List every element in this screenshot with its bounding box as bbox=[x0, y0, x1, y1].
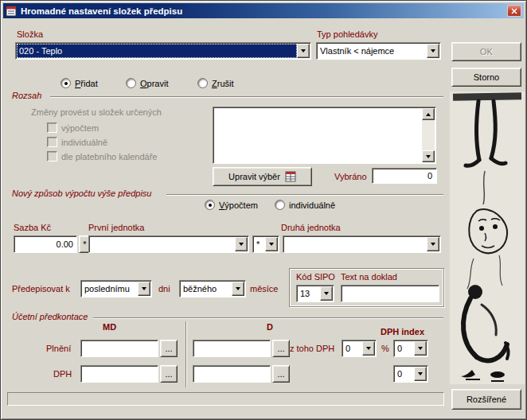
dph-d-input[interactable] bbox=[193, 365, 271, 383]
druha-jednotka-combobox[interactable] bbox=[283, 235, 441, 253]
novy-zpusob-group-title: Nový způsob výpočtu výše předpisu bbox=[12, 189, 154, 198]
scroll-down-icon[interactable] bbox=[422, 150, 435, 162]
app-icon bbox=[6, 6, 17, 17]
checkbox-icon bbox=[47, 122, 57, 133]
column-divider bbox=[185, 321, 186, 387]
scroll-up-icon[interactable] bbox=[422, 108, 435, 120]
dph-index-2-combobox[interactable]: 0 bbox=[393, 365, 428, 383]
chevron-down-icon[interactable] bbox=[320, 286, 333, 301]
z-toho-dph-label: z toho DPH bbox=[290, 344, 334, 353]
ok-button[interactable]: OK bbox=[451, 42, 521, 61]
text-na-doklad-input[interactable] bbox=[341, 285, 439, 302]
radio-zrusit-label: Zrušit bbox=[212, 79, 234, 88]
prvni-jednotka-value bbox=[90, 237, 235, 251]
checkbox-individualne[interactable]: individuálně bbox=[47, 137, 107, 147]
radio-pridat-label: Přidat bbox=[75, 79, 98, 88]
radio-pridat[interactable]: Přidat bbox=[61, 78, 98, 88]
chevron-down-icon[interactable] bbox=[362, 341, 375, 356]
radio-icon bbox=[197, 78, 208, 88]
chevron-down-icon[interactable] bbox=[235, 237, 248, 251]
plneni-d-browse-button[interactable]: ... bbox=[272, 340, 290, 357]
plneni-md-browse-button[interactable]: ... bbox=[160, 340, 178, 357]
prvni-jednotka-combobox[interactable] bbox=[88, 235, 249, 253]
scrollbar-track[interactable] bbox=[422, 120, 435, 150]
d-column-header: D bbox=[267, 322, 273, 332]
kod-sipo-combobox[interactable]: 13 bbox=[296, 285, 334, 302]
radio-opravit[interactable]: Opravit bbox=[126, 78, 168, 88]
rozsirene-button[interactable]: Rozšířené bbox=[451, 389, 521, 410]
slozky-listbox[interactable] bbox=[213, 107, 436, 164]
close-button[interactable] bbox=[507, 5, 521, 17]
status-bar bbox=[7, 392, 444, 406]
dialog-window: Hromadné nastavení složek předpisu Složk… bbox=[0, 0, 527, 420]
predkontace-group-title: Účetní předkontace bbox=[12, 312, 90, 321]
dph-index-2-value: 0 bbox=[395, 367, 414, 381]
rozsah-group-title: Rozsah bbox=[12, 91, 44, 100]
typ-pohledavky-value: Vlastník < nájemce bbox=[318, 44, 427, 58]
obdobi-value: běžného bbox=[181, 282, 232, 296]
chevron-down-icon[interactable] bbox=[414, 341, 427, 356]
z-toho-dph-combobox[interactable]: 0 bbox=[342, 340, 377, 357]
chevron-down-icon[interactable] bbox=[138, 282, 150, 296]
dph-index-1-combobox[interactable]: 0 bbox=[393, 340, 428, 357]
checkbox-icon bbox=[47, 151, 57, 161]
listbox-scrollbar[interactable] bbox=[422, 108, 435, 162]
plneni-md-input[interactable] bbox=[80, 340, 158, 357]
dph-md-browse-button[interactable]: ... bbox=[160, 365, 178, 383]
rozsirene-button-label: Rozšířené bbox=[466, 395, 506, 404]
chevron-down-icon[interactable] bbox=[232, 282, 244, 296]
slozka-combobox[interactable]: 020 - Teplo bbox=[15, 42, 311, 60]
sazba-input[interactable] bbox=[14, 235, 77, 253]
prvni-jednotka-label: První jednotka bbox=[88, 223, 144, 232]
dph-index-1-value: 0 bbox=[395, 341, 414, 356]
storno-button[interactable]: Storno bbox=[451, 68, 521, 87]
title-bar[interactable]: Hromadné nastavení složek předpisu bbox=[3, 3, 524, 18]
kod-sipo-value: 13 bbox=[298, 286, 320, 301]
dph-md-input[interactable] bbox=[80, 365, 158, 383]
checkbox-vypoctem[interactable]: výpočtem bbox=[47, 122, 99, 133]
window-title: Hromadné nastavení složek předpisu bbox=[21, 6, 507, 16]
chevron-down-icon[interactable] bbox=[427, 44, 439, 58]
ellipsis-icon: ... bbox=[165, 369, 172, 379]
dni-label: dni bbox=[158, 284, 170, 294]
star-icon: * bbox=[83, 239, 86, 249]
table-icon bbox=[285, 171, 296, 182]
ellipsis-icon: ... bbox=[277, 369, 284, 379]
ok-button-label: OK bbox=[480, 47, 493, 56]
text-na-doklad-label: Text na doklad bbox=[341, 272, 397, 282]
vybrano-count-field: 0 bbox=[372, 168, 437, 184]
md-column-header: MD bbox=[103, 322, 116, 332]
chevron-down-icon[interactable] bbox=[427, 237, 439, 251]
ellipsis-icon: ... bbox=[165, 344, 172, 353]
close-icon bbox=[511, 8, 517, 14]
upravit-vyber-button[interactable]: Upravit výběr bbox=[213, 167, 312, 186]
druha-jednotka-label: Druhá jednotka bbox=[281, 223, 341, 232]
percent-label: % bbox=[381, 344, 389, 353]
typ-pohledavky-combobox[interactable]: Vlastník < nájemce bbox=[316, 42, 441, 60]
typ-pohledavky-label: Typ pohledávky bbox=[317, 29, 377, 39]
radio-vypoctem[interactable]: Výpočtem bbox=[205, 200, 258, 210]
operator-combobox[interactable]: * bbox=[252, 235, 279, 253]
vybrano-count-value: 0 bbox=[427, 171, 432, 181]
kod-sipo-label: Kód SIPO bbox=[296, 272, 335, 282]
upravit-vyber-label: Upravit výběr bbox=[228, 172, 280, 181]
chevron-down-icon[interactable] bbox=[414, 367, 427, 381]
chevron-down-icon[interactable] bbox=[265, 237, 278, 251]
decorative-sketch bbox=[450, 91, 525, 384]
radio-zrusit[interactable]: Zrušit bbox=[197, 78, 234, 88]
den-combobox[interactable]: poslednímu bbox=[80, 280, 152, 298]
plneni-d-input[interactable] bbox=[193, 340, 271, 357]
radio-individualne[interactable]: individuálně bbox=[275, 200, 335, 210]
dph-d-browse-button[interactable]: ... bbox=[272, 365, 290, 383]
obdobi-combobox[interactable]: běžného bbox=[179, 280, 246, 298]
z-toho-dph-value: 0 bbox=[343, 341, 362, 356]
checkbox-individualne-label: individuálně bbox=[61, 138, 107, 147]
checkbox-kalendar[interactable]: dle platebního kalendáře bbox=[47, 151, 157, 161]
predepisovat-label: Předepisovat k bbox=[12, 284, 70, 294]
ellipsis-icon: ... bbox=[277, 344, 284, 353]
chevron-down-icon[interactable] bbox=[297, 44, 310, 58]
checkbox-kalendar-label: dle platebního kalendáře bbox=[61, 152, 157, 161]
radio-icon bbox=[275, 200, 285, 210]
sipo-groupbox: Kód SIPO Text na doklad 13 bbox=[289, 268, 444, 307]
radio-vypoctem-label: Výpočtem bbox=[219, 200, 258, 210]
